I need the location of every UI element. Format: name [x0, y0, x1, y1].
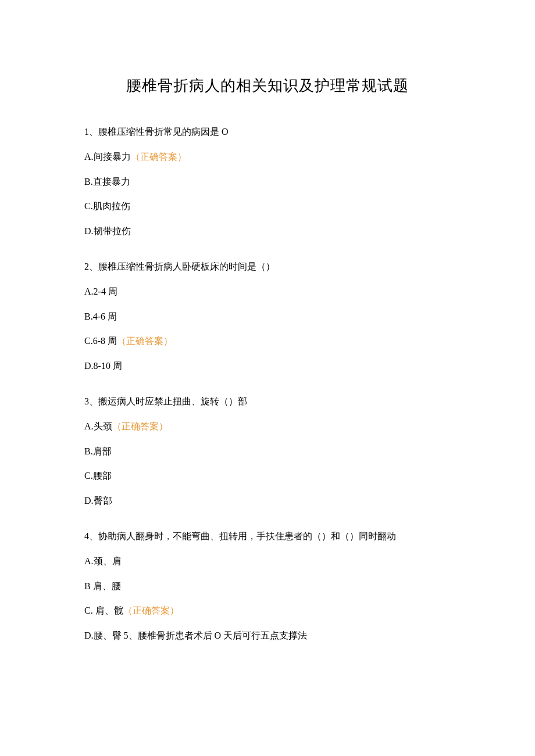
- option: C. 肩、髋（正确答案）: [84, 603, 451, 619]
- question-block: 2、腰椎压缩性骨折病人卧硬板床的时间是（）A.2-4 周B.4-6 周C.6-8…: [84, 259, 451, 375]
- option-label: A.2-4 周: [84, 286, 117, 296]
- option-label: B.直接暴力: [84, 177, 130, 187]
- option: C.腰部: [84, 468, 451, 485]
- question-block: 1、腰椎压缩性骨折常见的病因是 OA.间接暴力（正确答案）B.直接暴力C.肌肉拉…: [84, 124, 451, 240]
- option-label: D.韧带拉伤: [84, 226, 131, 236]
- option-label: D.8-10 周: [84, 361, 122, 371]
- correct-answer-label: （正确答案）: [123, 605, 179, 615]
- option-label: B 肩、腰: [84, 581, 121, 591]
- option-label: C. 肩、髋: [84, 605, 123, 615]
- option: D.腰、臀 5、腰椎骨折患者术后 O 天后可行五点支撑法: [84, 628, 451, 644]
- option: A.颈、肩: [84, 553, 451, 570]
- correct-answer-label: （正确答案）: [117, 336, 173, 346]
- option: B.直接暴力: [84, 174, 451, 191]
- question-block: 3、搬运病人时应禁止扭曲、旋转（）部A.头颈（正确答案）B.肩部C.腰部D.臀部: [84, 393, 451, 510]
- option: D.韧带拉伤: [84, 223, 451, 240]
- option-label: D.臀部: [84, 496, 112, 506]
- option: A.2-4 周: [84, 284, 451, 300]
- option-label: B.肩部: [84, 446, 112, 456]
- option: D.8-10 周: [84, 358, 451, 375]
- option: B.肩部: [84, 443, 451, 460]
- question-block: 4、协助病人翻身时，不能弯曲、扭转用，手扶住患者的（）和（）同时翻动A.颈、肩B…: [84, 528, 451, 644]
- correct-answer-label: （正确答案）: [131, 152, 187, 162]
- option-label: A.间接暴力: [84, 152, 131, 162]
- option-label: A.颈、肩: [84, 556, 122, 566]
- option: B 肩、腰: [84, 578, 451, 595]
- option-label: B.4-6 周: [84, 311, 117, 321]
- option: A.间接暴力（正确答案）: [84, 149, 451, 166]
- option: D.臀部: [84, 493, 451, 510]
- question-text: 1、腰椎压缩性骨折常见的病因是 O: [84, 124, 451, 141]
- question-text: 4、协助病人翻身时，不能弯曲、扭转用，手扶住患者的（）和（）同时翻动: [84, 528, 451, 545]
- option: C.肌肉拉伤: [84, 198, 451, 215]
- option: C.6-8 周（正确答案）: [84, 333, 451, 350]
- option-label: D.腰、臀 5、腰椎骨折患者术后 O 天后可行五点支撑法: [84, 630, 307, 640]
- option: B.4-6 周: [84, 309, 451, 325]
- option: A.头颈（正确答案）: [84, 418, 451, 435]
- questions-container: 1、腰椎压缩性骨折常见的病因是 OA.间接暴力（正确答案）B.直接暴力C.肌肉拉…: [84, 124, 451, 644]
- option-label: C.腰部: [84, 471, 112, 481]
- option-label: C.6-8 周: [84, 336, 117, 346]
- question-text: 3、搬运病人时应禁止扭曲、旋转（）部: [84, 393, 451, 410]
- option-label: C.肌肉拉伤: [84, 201, 130, 211]
- question-text: 2、腰椎压缩性骨折病人卧硬板床的时间是（）: [84, 259, 451, 275]
- option-label: A.头颈: [84, 421, 112, 431]
- correct-answer-label: （正确答案）: [112, 421, 168, 431]
- page-title: 腰椎骨折病人的相关知识及护理常规试题: [84, 76, 451, 96]
